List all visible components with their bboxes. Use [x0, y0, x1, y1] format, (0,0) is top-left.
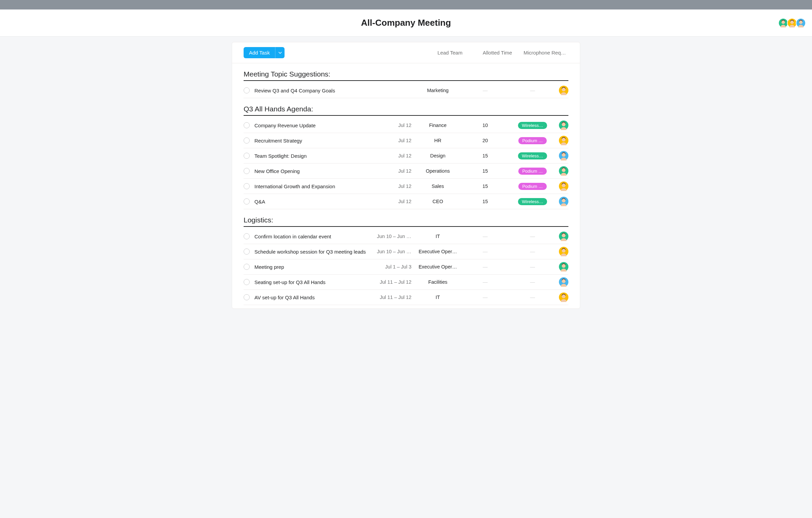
task-microphone[interactable]: Wireless… [509, 198, 556, 205]
complete-checkbox[interactable] [244, 168, 250, 174]
task-allotted-time[interactable]: 15 [461, 184, 509, 189]
task-lead-team[interactable]: Finance [414, 123, 461, 128]
task-name[interactable]: Company Revenue Update [254, 123, 377, 128]
task-allotted-time[interactable]: — [461, 88, 509, 93]
task-allotted-time[interactable]: 20 [461, 138, 509, 143]
task-date[interactable]: Jul 11 – Jul 12 [377, 279, 414, 285]
task-name[interactable]: New Office Opening [254, 168, 377, 174]
task-row[interactable]: Recruitment StrategyJul 12HR20Podium … [244, 133, 568, 148]
task-allotted-time[interactable]: 15 [461, 168, 509, 174]
task-date[interactable]: Jul 12 [377, 199, 414, 204]
task-name[interactable]: International Growth and Expansion [254, 184, 377, 189]
task-row[interactable]: Team Spotlight: DesignJul 12Design15Wire… [244, 148, 568, 164]
task-date[interactable]: Jul 12 [377, 168, 414, 174]
assignee-avatar[interactable] [559, 277, 568, 287]
assignee-avatar[interactable] [559, 232, 568, 241]
task-name[interactable]: Meeting prep [254, 264, 377, 270]
task-allotted-time[interactable]: — [461, 295, 509, 300]
complete-checkbox[interactable] [244, 249, 250, 255]
complete-checkbox[interactable] [244, 198, 250, 204]
section-header[interactable]: Logistics: [244, 216, 568, 227]
task-allotted-time[interactable]: — [461, 249, 509, 254]
task-allotted-time[interactable]: — [461, 279, 509, 285]
task-microphone[interactable]: — [509, 264, 556, 269]
assignee-avatar[interactable] [559, 293, 568, 302]
task-lead-team[interactable]: Sales [414, 184, 461, 189]
column-header-mic[interactable]: Microphone Req… [521, 50, 568, 56]
task-microphone[interactable]: — [509, 279, 556, 285]
task-microphone[interactable]: — [509, 295, 556, 300]
assignee-avatar[interactable] [559, 151, 568, 160]
task-name[interactable]: Q&A [254, 199, 377, 204]
task-date[interactable]: Jul 11 – Jul 12 [377, 295, 414, 300]
column-header-time[interactable]: Allotted Time [474, 50, 521, 56]
task-microphone[interactable]: Podium … [509, 137, 556, 144]
task-row[interactable]: Confirm location in calendar eventJun 10… [244, 229, 568, 244]
project-members[interactable] [780, 18, 806, 28]
section-header[interactable]: Meeting Topic Suggestions: [244, 70, 568, 81]
task-lead-team[interactable]: Executive Oper… [414, 249, 461, 254]
assignee-avatar[interactable] [559, 136, 568, 145]
task-name[interactable]: Review Q3 and Q4 Company Goals [254, 88, 377, 93]
task-date[interactable]: Jul 12 [377, 123, 414, 128]
task-allotted-time[interactable]: 15 [461, 199, 509, 204]
complete-checkbox[interactable] [244, 122, 250, 128]
task-microphone[interactable]: Wireless… [509, 152, 556, 159]
assignee-avatar[interactable] [559, 166, 568, 176]
task-row[interactable]: Schedule workshop session for Q3 meeting… [244, 244, 568, 259]
task-date[interactable]: Jun 10 – Jun 11 [377, 249, 414, 254]
task-microphone[interactable]: — [509, 88, 556, 93]
task-date[interactable]: Jul 12 [377, 184, 414, 189]
complete-checkbox[interactable] [244, 183, 250, 189]
section-header[interactable]: Q3 All Hands Agenda: [244, 105, 568, 116]
assignee-avatar[interactable] [559, 247, 568, 256]
task-row[interactable]: AV set-up for Q3 All HandsJul 11 – Jul 1… [244, 290, 568, 305]
complete-checkbox[interactable] [244, 264, 250, 270]
complete-checkbox[interactable] [244, 137, 250, 144]
task-name[interactable]: Confirm location in calendar event [254, 234, 377, 239]
task-microphone[interactable]: Wireless… [509, 122, 556, 129]
task-allotted-time[interactable]: — [461, 264, 509, 269]
task-name[interactable]: Team Spotlight: Design [254, 153, 377, 159]
add-task-dropdown[interactable] [275, 47, 285, 58]
task-row[interactable]: Review Q3 and Q4 Company GoalsMarketing—… [244, 83, 568, 98]
task-row[interactable]: Q&AJul 12CEO15Wireless… [244, 194, 568, 209]
assignee-avatar[interactable] [559, 86, 568, 95]
task-date[interactable]: Jul 12 [377, 153, 414, 158]
task-lead-team[interactable]: Design [414, 153, 461, 158]
task-lead-team[interactable]: Executive Oper… [414, 264, 461, 269]
complete-checkbox[interactable] [244, 153, 250, 159]
assignee-avatar[interactable] [559, 121, 568, 130]
complete-checkbox[interactable] [244, 233, 250, 239]
task-row[interactable]: Company Revenue UpdateJul 12Finance10Wir… [244, 118, 568, 133]
complete-checkbox[interactable] [244, 87, 250, 93]
assignee-avatar[interactable] [559, 262, 568, 272]
assignee-avatar[interactable] [559, 197, 568, 206]
task-lead-team[interactable]: Operations [414, 168, 461, 174]
task-row[interactable]: International Growth and ExpansionJul 12… [244, 179, 568, 194]
task-lead-team[interactable]: IT [414, 234, 461, 239]
assignee-avatar[interactable] [559, 181, 568, 191]
task-lead-team[interactable]: IT [414, 295, 461, 300]
task-lead-team[interactable]: CEO [414, 199, 461, 204]
task-microphone[interactable]: — [509, 249, 556, 254]
task-microphone[interactable]: Podium … [509, 168, 556, 175]
task-allotted-time[interactable]: 10 [461, 123, 509, 128]
task-row[interactable]: New Office OpeningJul 12Operations15Podi… [244, 164, 568, 179]
task-lead-team[interactable]: Facilities [414, 279, 461, 285]
task-lead-team[interactable]: Marketing [414, 88, 461, 93]
complete-checkbox[interactable] [244, 279, 250, 285]
column-header-lead[interactable]: Lead Team [426, 50, 474, 56]
complete-checkbox[interactable] [244, 294, 250, 300]
task-row[interactable]: Meeting prepJul 1 – Jul 3Executive Oper…… [244, 259, 568, 275]
task-name[interactable]: Recruitment Strategy [254, 138, 377, 144]
task-date[interactable]: Jul 1 – Jul 3 [377, 264, 414, 269]
task-name[interactable]: Schedule workshop session for Q3 meeting… [254, 249, 377, 255]
task-date[interactable]: Jul 12 [377, 138, 414, 143]
task-allotted-time[interactable]: — [461, 234, 509, 239]
task-date[interactable]: Jun 10 – Jun 11 [377, 234, 414, 239]
add-task-button[interactable]: Add Task [244, 47, 275, 58]
member-avatar[interactable] [796, 18, 806, 28]
task-microphone[interactable]: Podium … [509, 183, 556, 190]
task-microphone[interactable]: — [509, 234, 556, 239]
